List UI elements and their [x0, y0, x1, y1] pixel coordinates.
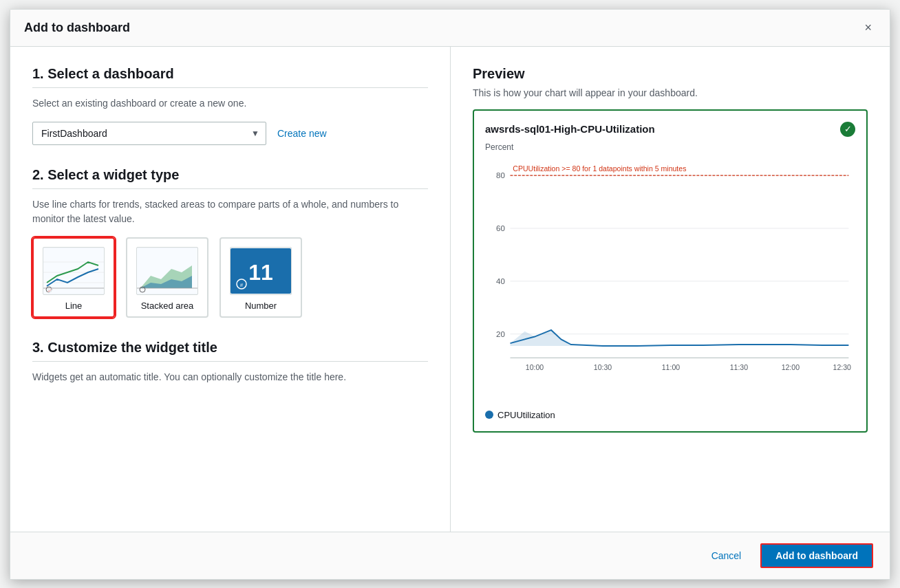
right-panel: Preview This is how your chart will appe… — [451, 47, 890, 532]
section2-title: 2. Select a widget type — [32, 167, 428, 183]
svg-text:11:00: 11:00 — [662, 362, 681, 371]
status-check-icon: ✓ — [840, 122, 855, 137]
dialog-header: Add to dashboard × — [10, 10, 890, 47]
y-axis-label: Percent — [485, 142, 855, 152]
svg-text:11:30: 11:30 — [730, 362, 749, 371]
svg-text:#: # — [240, 282, 244, 288]
section2-desc: Use line charts for trends, stacked area… — [32, 197, 428, 226]
preview-desc: This is how your chart will appear in yo… — [473, 87, 868, 98]
dialog-footer: Cancel Add to dashboard — [10, 532, 890, 579]
preview-card-header: awsrds-sql01-High-CPU-Utilization ✓ — [485, 122, 855, 137]
widget-type-grid: 📈 Line — [32, 237, 428, 318]
dashboard-select[interactable]: FirstDashboard SecondDashboard — [32, 122, 266, 145]
svg-text:11: 11 — [248, 260, 273, 285]
svg-text:40: 40 — [496, 276, 505, 285]
stacked-area-widget-label: Stacked area — [141, 301, 194, 311]
svg-text:60: 60 — [496, 224, 505, 232]
svg-text:10:30: 10:30 — [594, 362, 612, 371]
legend-label: CPUUtilization — [497, 410, 555, 420]
svg-rect-16 — [485, 160, 855, 398]
section1-desc: Select an existing dashboard or create a… — [32, 96, 428, 111]
chart-svg: 80 60 40 20 CPUUtilization >= 80 for 1 d… — [485, 155, 855, 402]
section1-title: 1. Select a dashboard — [32, 66, 428, 82]
number-widget-icon: 11 # — [230, 247, 292, 295]
svg-text:80: 80 — [496, 171, 505, 179]
svg-text:12:30: 12:30 — [833, 362, 852, 371]
widget-card-number[interactable]: 11 # Number — [219, 237, 302, 318]
chart-legend: CPUUtilization — [485, 410, 855, 420]
stacked-area-widget-icon — [136, 247, 198, 295]
dialog-body: 1. Select a dashboard Select an existing… — [10, 47, 890, 532]
svg-text:📈: 📈 — [47, 288, 52, 293]
line-widget-label: Line — [65, 301, 83, 311]
widget-card-stacked-area[interactable]: Stacked area — [126, 237, 208, 318]
section3-title: 3. Customize the widget title — [32, 340, 428, 356]
section-select-dashboard: 1. Select a dashboard Select an existing… — [32, 66, 428, 145]
line-widget-icon: 📈 — [43, 247, 105, 295]
preview-card-name: awsrds-sql01-High-CPU-Utilization — [485, 123, 655, 135]
number-widget-label: Number — [245, 301, 277, 311]
dashboard-select-wrapper: FirstDashboard SecondDashboard ▼ — [32, 122, 266, 145]
svg-text:10:00: 10:00 — [526, 362, 544, 371]
cancel-button[interactable]: Cancel — [700, 545, 753, 567]
svg-text:12:00: 12:00 — [782, 362, 800, 371]
dashboard-select-row: FirstDashboard SecondDashboard ▼ Create … — [32, 122, 428, 145]
add-to-dashboard-dialog: Add to dashboard × 1. Select a dashboard… — [10, 9, 890, 580]
preview-title: Preview — [473, 66, 868, 82]
legend-color-dot — [485, 411, 493, 419]
svg-text:CPUUtilization >= 80 for 1 dat: CPUUtilization >= 80 for 1 datapoints wi… — [513, 164, 686, 173]
create-new-button[interactable]: Create new — [277, 128, 327, 139]
chart-area: Percent 80 60 40 20 — [485, 142, 855, 420]
preview-card: awsrds-sql01-High-CPU-Utilization ✓ Perc… — [473, 109, 868, 433]
section-widget-type: 2. Select a widget type Use line charts … — [32, 167, 428, 318]
dialog-title: Add to dashboard — [24, 21, 130, 35]
left-panel: 1. Select a dashboard Select an existing… — [10, 47, 451, 532]
widget-card-line[interactable]: 📈 Line — [32, 237, 115, 318]
svg-text:20: 20 — [496, 329, 505, 338]
section-customize-title: 3. Customize the widget title Widgets ge… — [32, 340, 428, 384]
add-to-dashboard-button[interactable]: Add to dashboard — [760, 543, 873, 568]
close-button[interactable]: × — [860, 19, 876, 36]
section3-desc: Widgets get an automatic title. You can … — [32, 370, 428, 384]
